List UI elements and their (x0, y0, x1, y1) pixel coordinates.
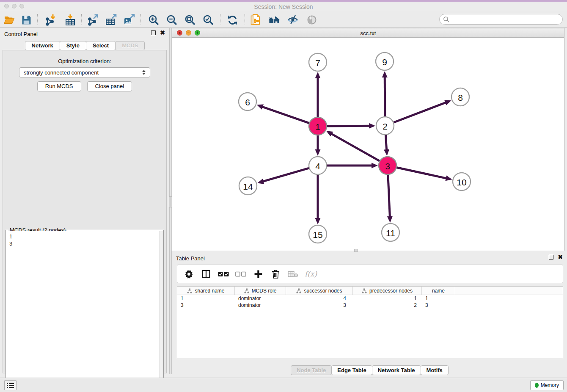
mcds-panel: Optimization criterion: strongly connect… (3, 50, 167, 373)
mcds-result-box: MCDS result (2 nodes) 1 3 (6, 230, 164, 391)
tab-style[interactable]: Style (60, 41, 86, 50)
column-hierarchy-icon (244, 288, 249, 293)
add-row-icon[interactable] (253, 269, 264, 279)
node-label-7: 7 (315, 58, 320, 68)
edge-2-to-9[interactable] (385, 76, 385, 118)
sphere-icon[interactable] (306, 14, 318, 26)
table-cell[interactable]: dominator (235, 302, 286, 309)
zoom-selected-icon[interactable] (202, 14, 215, 26)
delete-row-icon[interactable] (270, 269, 281, 279)
toolbar-separator (140, 14, 141, 25)
import-network-icon[interactable] (44, 14, 57, 26)
gear-icon[interactable] (183, 269, 194, 279)
zoom-fit-icon[interactable] (184, 14, 196, 26)
edge-3-to-10[interactable] (396, 167, 447, 179)
network-graph[interactable]: 7968124314101511 (172, 38, 564, 251)
select-spinner-icon (142, 68, 146, 77)
eye-slash-icon[interactable] (286, 14, 299, 26)
zoom-in-icon[interactable] (147, 14, 160, 26)
select-all-checkboxes-icon[interactable] (218, 269, 229, 279)
column-label: shared name (195, 288, 224, 294)
table-cell[interactable]: 1 (422, 295, 455, 302)
table-cell[interactable]: 2 (353, 302, 422, 309)
edge-2-to-3[interactable] (385, 134, 387, 151)
table-panel: Table Panel ✖ f(x) shared nameMCDS ro (172, 252, 567, 376)
table-cell[interactable]: 1 (177, 295, 235, 302)
network-window-titlebar[interactable]: x − + scc.txt (172, 28, 564, 38)
table-row[interactable]: 3dominator323 (177, 302, 563, 309)
edge-arrowhead-1-to-2 (369, 123, 375, 129)
close-panel-button[interactable]: Close panel (87, 81, 132, 91)
node-table: shared nameMCDS rolesuccessor nodesprede… (177, 286, 563, 359)
tab-network[interactable]: Network (25, 41, 60, 50)
zoom-out-icon[interactable] (165, 14, 178, 26)
edge-arrowhead-1-to-6 (257, 104, 264, 109)
toolbar-separator (81, 14, 82, 25)
split-columns-icon[interactable] (201, 269, 212, 279)
run-mcds-button[interactable]: Run MCDS (37, 81, 81, 91)
control-panel: Control Panel ✖ NetworkStyleSelectMCDS O… (0, 28, 169, 374)
save-session-icon[interactable] (20, 14, 33, 26)
home-icon[interactable] (268, 14, 281, 26)
edge-1-to-6[interactable] (261, 107, 310, 124)
table-panel-close-icon[interactable]: ✖ (558, 255, 563, 259)
function-builder-icon[interactable]: f(x) (305, 269, 317, 279)
edge-2-to-8[interactable] (393, 102, 447, 123)
tab-motifs[interactable]: Motifs (421, 365, 449, 375)
deselect-all-checkboxes-icon[interactable] (235, 269, 246, 279)
table-cell[interactable]: 3 (286, 302, 353, 309)
node-label-3: 3 (385, 161, 390, 171)
table-cell[interactable]: 4 (286, 295, 353, 302)
edge-arrowhead-2-to-9 (382, 71, 388, 77)
control-panel-close-icon[interactable]: ✖ (160, 30, 165, 35)
tab-node-table[interactable]: Node Table (291, 365, 332, 375)
tab-edge-table[interactable]: Edge Table (331, 365, 372, 375)
column-header-successor-nodes[interactable]: successor nodes (286, 287, 353, 295)
open-file-icon[interactable] (3, 14, 16, 26)
edge-3-to-1[interactable] (330, 133, 380, 161)
task-history-button[interactable] (4, 380, 17, 390)
criterion-value: strongly connected component (24, 69, 99, 76)
control-panel-float-icon[interactable] (151, 30, 156, 35)
mcds-result-scrollbar[interactable] (159, 231, 163, 389)
table-tabs: Node TableEdge TableNetwork TableMotifs (172, 365, 567, 375)
column-label: name (432, 288, 445, 294)
table-panel-float-icon[interactable] (549, 255, 553, 259)
refresh-icon[interactable] (226, 14, 239, 26)
export-table-icon[interactable] (105, 14, 117, 26)
table-cell[interactable]: 3 (177, 302, 235, 309)
tab-network-table[interactable]: Network Table (372, 365, 421, 375)
edge-3-to-11[interactable] (388, 174, 390, 218)
network-window: x − + scc.txt 7968124314101511 (172, 28, 564, 251)
column-header-shared-name[interactable]: shared name (177, 287, 235, 295)
export-network-icon[interactable] (86, 14, 99, 26)
table-cell[interactable]: dominator (235, 295, 286, 302)
import-table-icon[interactable] (64, 14, 77, 26)
column-header-name[interactable]: name (422, 287, 455, 295)
memory-button[interactable]: Memory (530, 380, 564, 390)
column-label: successor nodes (304, 288, 342, 294)
table-row[interactable]: 1dominator411 (177, 295, 563, 302)
export-image-icon[interactable] (123, 14, 135, 26)
tab-select[interactable]: Select (86, 41, 116, 50)
edge-arrowhead-1-to-7 (315, 72, 321, 78)
search-input[interactable] (439, 14, 563, 25)
table-panel-title: Table Panel (176, 255, 205, 262)
table-cell[interactable]: 1 (353, 295, 422, 302)
column-header-mcds-role[interactable]: MCDS role (235, 287, 286, 295)
edge-arrowhead-3-to-10 (445, 176, 452, 181)
table-cell[interactable]: 3 (422, 302, 455, 309)
hide-columns-icon[interactable] (287, 269, 298, 279)
node-label-8: 8 (458, 93, 463, 102)
column-header-predecessor-nodes[interactable]: predecessor nodes (353, 287, 422, 295)
network-resize-grip[interactable] (354, 249, 358, 252)
node-label-2: 2 (383, 121, 388, 131)
toolbar-separator (245, 14, 245, 25)
edge-1-to-2[interactable] (326, 126, 370, 126)
mcds-result-text[interactable]: 1 3 (6, 231, 159, 389)
table-header-row: shared nameMCDS rolesuccessor nodesprede… (177, 287, 563, 295)
criterion-select[interactable]: strongly connected component (19, 67, 150, 77)
tab-mcds[interactable]: MCDS (115, 41, 145, 50)
edge-4-to-14[interactable] (262, 168, 310, 182)
network-files-icon[interactable] (250, 14, 262, 26)
